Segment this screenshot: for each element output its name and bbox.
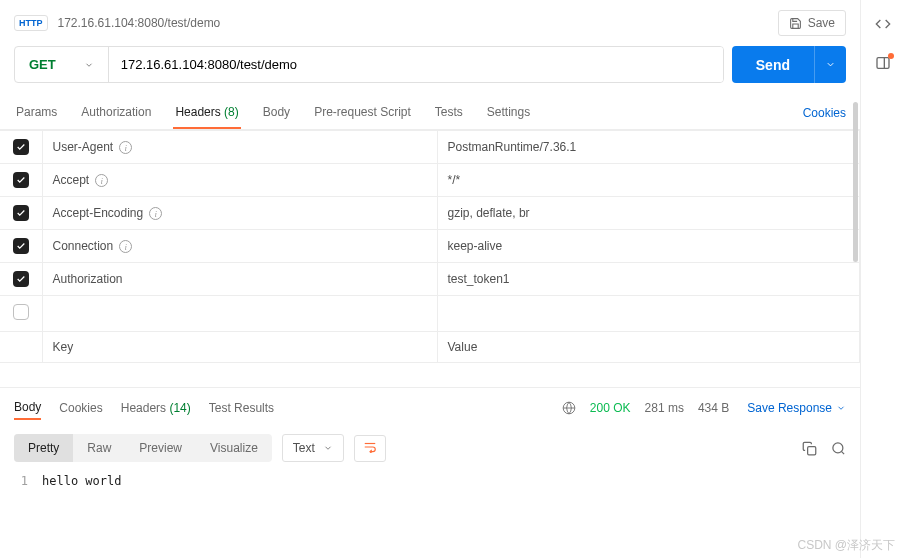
view-raw[interactable]: Raw bbox=[73, 434, 125, 462]
chevron-down-icon bbox=[84, 60, 94, 70]
resp-tab-headers-label: Headers bbox=[121, 401, 166, 415]
tab-tests[interactable]: Tests bbox=[433, 97, 465, 129]
tab-params[interactable]: Params bbox=[14, 97, 59, 129]
svg-rect-3 bbox=[808, 446, 816, 454]
scrollbar[interactable] bbox=[853, 102, 858, 262]
save-button[interactable]: Save bbox=[778, 10, 846, 36]
header-value[interactable]: */* bbox=[437, 164, 860, 197]
tab-body[interactable]: Body bbox=[261, 97, 292, 129]
info-icon: i bbox=[119, 240, 132, 253]
tab-headers-label: Headers bbox=[175, 105, 220, 119]
chevron-down-icon bbox=[825, 59, 836, 70]
send-button[interactable]: Send bbox=[732, 46, 814, 83]
format-dropdown[interactable]: Text bbox=[282, 434, 344, 462]
breadcrumb: 172.16.61.104:8080/test/demo bbox=[58, 16, 768, 30]
header-key-placeholder[interactable]: Key bbox=[42, 332, 437, 363]
tab-authorization[interactable]: Authorization bbox=[79, 97, 153, 129]
header-row: Accepti*/* bbox=[0, 164, 860, 197]
wrap-icon bbox=[363, 441, 377, 453]
header-value[interactable]: test_token1 bbox=[437, 263, 860, 296]
header-key[interactable]: Accepti bbox=[42, 164, 437, 197]
header-value[interactable]: PostmanRuntime/7.36.1 bbox=[437, 131, 860, 164]
watermark: CSDN @泽济天下 bbox=[797, 537, 895, 554]
save-icon bbox=[789, 17, 802, 30]
save-response-button[interactable]: Save Response bbox=[747, 401, 846, 415]
header-checkbox[interactable] bbox=[13, 139, 29, 155]
header-checkbox[interactable] bbox=[13, 238, 29, 254]
save-response-label: Save Response bbox=[747, 401, 832, 415]
method-label: GET bbox=[29, 57, 56, 72]
view-pretty[interactable]: Pretty bbox=[14, 434, 73, 462]
header-value-placeholder[interactable]: Value bbox=[437, 332, 860, 363]
info-icon: i bbox=[119, 141, 132, 154]
resp-tab-headers-count: (14) bbox=[169, 401, 190, 415]
view-preview[interactable]: Preview bbox=[125, 434, 196, 462]
header-key[interactable] bbox=[42, 296, 437, 332]
search-icon[interactable] bbox=[831, 441, 846, 456]
resp-tab-tests[interactable]: Test Results bbox=[209, 397, 274, 419]
info-icon: i bbox=[149, 207, 162, 220]
header-checkbox[interactable] bbox=[13, 271, 29, 287]
header-checkbox[interactable] bbox=[13, 205, 29, 221]
method-dropdown[interactable]: GET bbox=[15, 47, 109, 82]
header-value[interactable]: gzip, deflate, br bbox=[437, 197, 860, 230]
sidebar-panel-icon[interactable] bbox=[875, 55, 891, 74]
resp-tab-body[interactable]: Body bbox=[14, 396, 41, 420]
line-text: hello world bbox=[42, 474, 121, 488]
svg-line-5 bbox=[841, 451, 844, 454]
info-icon: i bbox=[95, 174, 108, 187]
tab-headers[interactable]: Headers (8) bbox=[173, 97, 240, 129]
header-value[interactable]: keep-alive bbox=[437, 230, 860, 263]
tab-settings[interactable]: Settings bbox=[485, 97, 532, 129]
svg-rect-6 bbox=[877, 58, 889, 69]
header-key[interactable]: Accept-Encodingi bbox=[42, 197, 437, 230]
format-label: Text bbox=[293, 441, 315, 455]
resp-tab-headers[interactable]: Headers (14) bbox=[121, 397, 191, 419]
header-row: Connectionikeep-alive bbox=[0, 230, 860, 263]
header-row: User-AgentiPostmanRuntime/7.36.1 bbox=[0, 131, 860, 164]
cookies-link[interactable]: Cookies bbox=[803, 98, 846, 128]
url-input[interactable] bbox=[109, 47, 723, 82]
line-number: 1 bbox=[14, 474, 42, 488]
tab-prerequest[interactable]: Pre-request Script bbox=[312, 97, 413, 129]
status-time: 281 ms bbox=[645, 401, 684, 415]
globe-icon bbox=[562, 401, 576, 415]
status-code: 200 OK bbox=[590, 401, 631, 415]
status-size: 434 B bbox=[698, 401, 729, 415]
view-segment: Pretty Raw Preview Visualize bbox=[14, 434, 272, 462]
header-key[interactable]: Authorization bbox=[42, 263, 437, 296]
svg-point-4 bbox=[833, 442, 843, 452]
header-checkbox[interactable] bbox=[13, 304, 29, 320]
http-badge: HTTP bbox=[14, 15, 48, 31]
copy-icon[interactable] bbox=[802, 441, 817, 456]
header-value[interactable] bbox=[437, 296, 860, 332]
save-label: Save bbox=[808, 16, 835, 30]
tab-headers-count: (8) bbox=[224, 105, 239, 119]
chevron-down-icon bbox=[836, 403, 846, 413]
header-row bbox=[0, 296, 860, 332]
header-row: Accept-Encodingigzip, deflate, br bbox=[0, 197, 860, 230]
header-row: Authorizationtest_token1 bbox=[0, 263, 860, 296]
view-visualize[interactable]: Visualize bbox=[196, 434, 272, 462]
wrap-toggle[interactable] bbox=[354, 435, 386, 462]
notification-dot bbox=[888, 53, 894, 59]
header-key[interactable]: User-Agenti bbox=[42, 131, 437, 164]
headers-table: User-AgentiPostmanRuntime/7.36.1Accepti*… bbox=[0, 130, 860, 363]
header-checkbox[interactable] bbox=[13, 172, 29, 188]
send-dropdown[interactable] bbox=[814, 46, 846, 83]
chevron-down-icon bbox=[323, 443, 333, 453]
sidebar-code-icon[interactable] bbox=[875, 16, 891, 35]
resp-tab-cookies[interactable]: Cookies bbox=[59, 397, 102, 419]
header-key[interactable]: Connectioni bbox=[42, 230, 437, 263]
